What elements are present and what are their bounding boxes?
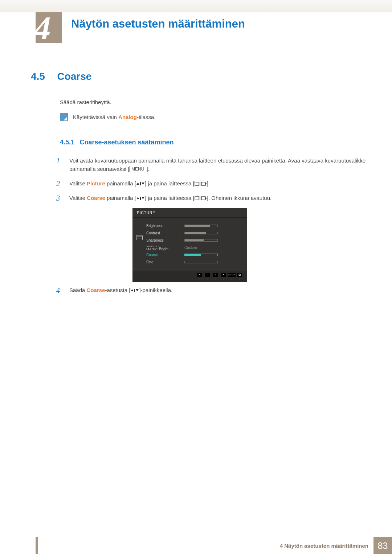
footer-stripe bbox=[36, 537, 38, 554]
svg-marker-16 bbox=[136, 289, 139, 291]
menu-button-icon: MENU bbox=[129, 166, 146, 172]
subsection-heading: 4.5.1 Coarse-asetuksen säätäminen bbox=[60, 139, 367, 146]
note-highlight: Analog bbox=[118, 114, 137, 120]
intro-text: Säädä rasteritiheyttä. bbox=[60, 99, 367, 105]
step-3: 3 Valitse Coarse painamalla [] ja paina … bbox=[56, 194, 367, 202]
svg-rect-4 bbox=[200, 182, 200, 186]
svg-marker-0 bbox=[136, 182, 139, 185]
svg-marker-7 bbox=[136, 197, 139, 199]
text: painamalla [ bbox=[105, 180, 136, 186]
step-number: 1 bbox=[56, 156, 63, 165]
up-down-arrow-icon bbox=[136, 182, 145, 186]
source-enter-icon bbox=[195, 196, 207, 201]
chapter-number: 4 bbox=[34, 9, 51, 47]
step-number: 2 bbox=[56, 179, 63, 188]
section-number: 4.5 bbox=[31, 71, 56, 82]
osd-btn-power: ⏻▾ bbox=[236, 273, 243, 280]
step-body: Valitse Coarse painamalla [] ja paina la… bbox=[69, 194, 367, 202]
subsection-title: Coarse-asetuksen säätäminen bbox=[80, 139, 174, 146]
osd-slider bbox=[184, 225, 218, 227]
osd-colon: : bbox=[179, 224, 182, 228]
osd-colon: : bbox=[179, 260, 182, 264]
osd-btn-plus: +▾ bbox=[212, 273, 219, 280]
svg-rect-1 bbox=[140, 182, 141, 185]
osd-row-sharpness: Sharpness : bbox=[146, 237, 242, 244]
text: painamalla [ bbox=[105, 195, 136, 201]
footer-label: 4 Näytön asetusten määrittäminen bbox=[280, 543, 373, 549]
osd-row-magic-bright: SAMSUNG MAGIC Bright : Custom bbox=[146, 244, 242, 251]
osd-label: Contrast bbox=[146, 231, 177, 235]
magic-big: MAGIC bbox=[146, 247, 158, 251]
osd-slider bbox=[184, 232, 218, 234]
keyword: Picture bbox=[87, 180, 105, 186]
note-pre: Käytettävissä vain bbox=[73, 114, 118, 120]
up-down-arrow-icon bbox=[130, 288, 139, 292]
text: ] ja paina laitteessa [ bbox=[145, 180, 195, 186]
text: ]. Oheinen ikkuna avautuu. bbox=[207, 195, 271, 201]
text: ]-painikkeella. bbox=[139, 287, 172, 293]
svg-rect-3 bbox=[195, 182, 199, 185]
svg-rect-12 bbox=[201, 197, 205, 200]
step-1: 1 Voit avata kuvaruutuoppaan painamalla … bbox=[56, 156, 367, 173]
svg-rect-15 bbox=[134, 289, 135, 292]
subsection-number: 4.5.1 bbox=[60, 139, 74, 146]
text: ]. bbox=[146, 166, 149, 172]
osd-slider-fill bbox=[185, 232, 206, 234]
osd-sidebar bbox=[132, 218, 146, 271]
text: Säädä bbox=[69, 287, 87, 293]
osd-row-fine: Fine : bbox=[146, 259, 242, 266]
note-text: Käytettävissä vain Analog-tilassa. bbox=[73, 113, 156, 120]
osd-slider-fill bbox=[185, 239, 204, 241]
svg-rect-10 bbox=[195, 197, 199, 200]
osd-colon: : bbox=[179, 238, 182, 242]
step-body: Säädä Coarse-asetusta []-painikkeella. bbox=[69, 286, 367, 294]
osd-colon: : bbox=[179, 246, 182, 250]
steps-list: 1 Voit avata kuvaruutuoppaan painamalla … bbox=[56, 156, 367, 295]
text: Valitse bbox=[69, 195, 87, 201]
step-number: 3 bbox=[56, 194, 63, 202]
svg-rect-11 bbox=[200, 196, 200, 200]
svg-marker-9 bbox=[142, 197, 144, 199]
osd-label-active: Coarse bbox=[146, 253, 177, 257]
top-bar bbox=[0, 0, 392, 12]
keyword: Coarse bbox=[87, 195, 105, 201]
step-body: Valitse Picture painamalla [] ja paina l… bbox=[69, 179, 367, 188]
source-enter-icon bbox=[195, 181, 207, 186]
note-icon bbox=[60, 113, 68, 121]
osd-slider bbox=[184, 261, 218, 263]
osd-row-brightness: Brightness : bbox=[146, 222, 242, 230]
osd-label: Brightness bbox=[146, 224, 177, 228]
osd-btn-back: ◂▾ bbox=[196, 273, 203, 280]
picture-category-icon bbox=[136, 235, 143, 240]
osd-menu: PICTURE Brightness : Contrast : bbox=[132, 208, 247, 282]
section-title: Coarse bbox=[57, 71, 91, 82]
step-2: 2 Valitse Picture painamalla [] ja paina… bbox=[56, 179, 367, 188]
osd-rows: Brightness : Contrast : Sharpness : bbox=[146, 218, 247, 271]
osd-body: Brightness : Contrast : Sharpness : bbox=[132, 218, 247, 271]
text: Valitse bbox=[69, 180, 87, 186]
osd-colon: : bbox=[179, 231, 182, 235]
osd-slider-active bbox=[184, 254, 218, 256]
osd-btn-enter: ▸▾ bbox=[220, 273, 227, 280]
osd-colon: : bbox=[179, 253, 182, 257]
note-row: Käytettävissä vain Analog-tilassa. bbox=[60, 113, 367, 121]
chapter-title: Näytön asetusten määrittäminen bbox=[71, 17, 245, 30]
up-down-arrow-icon bbox=[136, 196, 145, 200]
osd-label: SAMSUNG MAGIC Bright bbox=[146, 245, 177, 251]
osd-value: Custom bbox=[184, 246, 205, 250]
step-body: Voit avata kuvaruutuoppaan painamalla mi… bbox=[69, 156, 367, 173]
osd-btn-auto: AUTO▾ bbox=[228, 273, 235, 280]
osd-label: Sharpness bbox=[146, 238, 177, 242]
page-footer: 4 Näytön asetusten määrittäminen 83 bbox=[0, 537, 392, 554]
section-heading: 4.5 Coarse bbox=[31, 71, 367, 82]
svg-marker-14 bbox=[131, 289, 134, 291]
osd-slider bbox=[184, 239, 218, 242]
text: ]. bbox=[207, 180, 210, 186]
osd-row-contrast: Contrast : bbox=[146, 230, 242, 237]
osd-btn-minus: −▾ bbox=[204, 273, 211, 280]
osd-row-coarse: Coarse : bbox=[146, 251, 242, 259]
svg-marker-2 bbox=[142, 182, 144, 185]
svg-rect-8 bbox=[140, 197, 141, 200]
keyword: Coarse bbox=[87, 287, 105, 293]
osd-slider-fill bbox=[185, 254, 201, 256]
